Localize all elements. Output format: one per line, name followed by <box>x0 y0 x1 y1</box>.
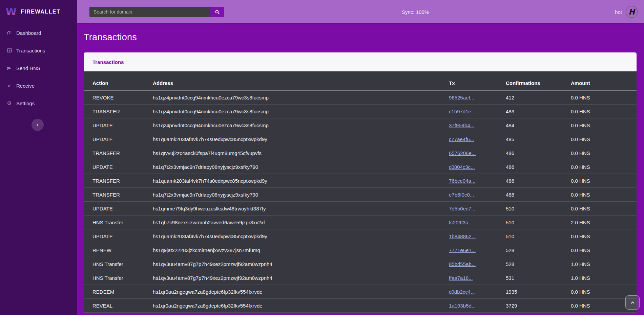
sidebar-item-label: Send HNS <box>16 65 40 71</box>
sidebar-item-send-hns[interactable]: Send HNS <box>0 59 77 77</box>
card-title: Transactions <box>84 52 637 71</box>
tx-hash-cell: fc209f3a... <box>449 216 506 229</box>
tx-amount: 0.0 HNS <box>571 188 637 202</box>
tx-action: TRANSFER <box>84 188 153 202</box>
tx-hash-link[interactable]: 6576206e... <box>449 150 476 156</box>
tx-amount: 0.0 HNS <box>571 202 637 216</box>
tx-hash-cell: 6576206e... <box>449 146 506 160</box>
settings-gear-icon: ⚙ <box>6 101 13 106</box>
tx-address: hs1qr0au2ngegwa7za8gdeptc6fp32fkv554fxrv… <box>153 299 449 313</box>
svg-text:W: W <box>6 6 17 18</box>
tx-hash-link[interactable]: c77ae4f6... <box>449 136 474 142</box>
tx-address: hs1quamk203taf4vk7h74s0edxpwc85ncptxwpkd… <box>153 174 449 188</box>
tx-hash-cell: 7771e6e1... <box>449 243 506 257</box>
tx-amount: 2.0 HNS <box>571 216 637 229</box>
table-row: HNS Transfer hs1qh7c98nexsrzwrmnh2avved6… <box>84 216 637 229</box>
tx-hash-link[interactable]: 7771e6e1... <box>449 247 476 253</box>
tx-action: REVOKE <box>84 91 153 105</box>
table-row: HNS Transfer hs1qv3uu4amv87g7p7h49xez2pm… <box>84 257 637 271</box>
tx-hash-cell: 37f959b4... <box>449 118 506 132</box>
tx-hash-link[interactable]: c0db2cc4... <box>449 289 475 295</box>
tx-action: UPDATE <box>84 160 153 174</box>
tx-action: HNS Transfer <box>84 271 153 285</box>
tx-confirmations: 412 <box>506 91 571 105</box>
tx-amount: 1.0 HNS <box>571 271 637 285</box>
tx-address: hs1qtvvuj2zc4asck0fspa7l4uqm8umg45cfvupv… <box>153 146 449 160</box>
table-row: TRANSFER hs1q7t2x3vmjac9n7drlapy08nyjysc… <box>84 188 637 202</box>
table-row: UPDATE hs1quamk203taf4vk7h74s0edxpwc85nc… <box>84 132 637 146</box>
sidebar-item-label: Settings <box>16 100 35 106</box>
handshake-h-icon[interactable]: H <box>625 5 638 18</box>
tx-address: hs1quamk203taf4vk7h74s0edxpwc85ncptxwpkd… <box>153 132 449 146</box>
tx-hash-cell: 96525aef... <box>449 91 506 105</box>
tx-hash-link[interactable]: 7d5b0ec7... <box>449 206 475 211</box>
tx-address: hs1quamk203taf4vk7h74s0edxpwc85ncptxwpkd… <box>153 229 449 243</box>
tx-address: hs1qv3uu4amv87g7p7h49xez2pmzwjf92am0wzpn… <box>153 271 449 285</box>
transactions-table: Action Address Tx Confirmations Amount R… <box>84 71 637 313</box>
tx-amount: 0.0 HNS <box>571 243 637 257</box>
tx-hash-link[interactable]: 76bce04a... <box>449 178 475 184</box>
sidebar-item-label: Receive <box>16 83 35 89</box>
tx-action: HNS Transfer <box>84 216 153 229</box>
tx-address: hs1qv3uu4amv87g7p7h49xez2pmzwjf92am0wzpn… <box>153 257 449 271</box>
tx-hash-link[interactable]: c0804c3c... <box>449 164 475 170</box>
send-plane-icon <box>6 65 13 71</box>
tx-confirmations: 486 <box>506 146 571 160</box>
tx-amount: 0.0 HNS <box>571 118 637 132</box>
tx-hash-cell: ffaa7a18... <box>449 271 506 285</box>
tx-address: hs1qr0au2ngegwa7za8gdeptc6fp32fkv554fxrv… <box>153 285 449 299</box>
sidebar-item-receive[interactable]: Receive <box>0 77 77 94</box>
tx-confirmations: 483 <box>506 105 571 118</box>
receive-arrow-icon <box>6 83 13 88</box>
sidebar-nav: Dashboard Transactions Send HNS <box>0 24 77 112</box>
tx-hash-link[interactable]: e7b6f0c0... <box>449 192 474 198</box>
tx-confirmations: 528 <box>506 257 571 271</box>
tx-amount: 0.0 HNS <box>571 160 637 174</box>
brand-name: FIREWALLET <box>21 9 60 15</box>
tx-action: UPDATE <box>84 202 153 216</box>
tx-confirmations: 510 <box>506 216 571 229</box>
tx-hash-link[interactable]: fc209f3a... <box>449 220 473 225</box>
tx-address: hs1qmme79fq3dy9hweuzuslksdw48trwuyhkt387… <box>153 202 449 216</box>
column-header-amount: Amount <box>571 71 637 91</box>
table-row: RENEW hs1q9jatx22283jzkcmlrnenjxvvzv387j… <box>84 243 637 257</box>
tx-hash-link[interactable]: 37f959b4... <box>449 122 474 128</box>
sidebar-item-settings[interactable]: ⚙ Settings <box>0 94 77 112</box>
tx-hash-cell: c0db2cc4... <box>449 285 506 299</box>
tx-hash-cell: c1b97d1e... <box>449 105 506 118</box>
tx-action: REDEEM <box>84 285 153 299</box>
tx-hash-link[interactable]: c1b97d1e... <box>449 109 475 114</box>
tx-hash-link[interactable]: 1a193b5d... <box>449 303 476 309</box>
tx-hash-link[interactable]: 1b848862... <box>449 233 476 239</box>
tx-address: hs1qz4pnvdnt0ccg94nmkhcu0ezca79wc3s8fucs… <box>153 91 449 105</box>
tx-hash-link[interactable]: 85bd55ab... <box>449 261 476 267</box>
tx-hash-cell: c77ae4f6... <box>449 132 506 146</box>
sidebar-item-transactions[interactable]: Transactions <box>0 42 77 59</box>
search-input[interactable] <box>89 7 210 17</box>
tx-hash-cell: 85bd55ab... <box>449 257 506 271</box>
tx-confirmations: 484 <box>506 118 571 132</box>
sync-status: Sync: 100% <box>402 9 429 15</box>
tx-hash-cell: e7b6f0c0... <box>449 188 506 202</box>
table-row: UPDATE hs1q7t2x3vmjac9n7drlapy08nyjyscjz… <box>84 160 637 174</box>
wallet-selector[interactable]: hot H <box>615 5 638 18</box>
tx-action: UPDATE <box>84 229 153 243</box>
tx-amount: 0.0 HNS <box>571 105 637 118</box>
tx-amount: 0.0 HNS <box>571 146 637 160</box>
tx-confirmations: 528 <box>506 243 571 257</box>
tx-action: RENEW <box>84 243 153 257</box>
sidebar-item-label: Transactions <box>16 48 45 53</box>
tx-confirmations: 1935 <box>506 285 571 299</box>
sidebar-item-dashboard[interactable]: Dashboard <box>0 24 77 42</box>
sidebar-collapse-button[interactable] <box>32 119 44 131</box>
search-button[interactable] <box>210 7 224 17</box>
tx-confirmations: 531 <box>506 271 571 285</box>
tx-hash-link[interactable]: ffaa7a18... <box>449 275 473 281</box>
scroll-to-top-button[interactable] <box>625 295 640 310</box>
tx-action: TRANSFER <box>84 105 153 118</box>
column-header-confirmations: Confirmations <box>506 71 571 91</box>
tx-amount: 0.0 HNS <box>571 91 637 105</box>
tx-hash-link[interactable]: 96525aef... <box>449 95 474 100</box>
brand[interactable]: W FIREWALLET <box>0 0 77 23</box>
sidebar: W FIREWALLET Dashboard Transact <box>0 0 77 315</box>
